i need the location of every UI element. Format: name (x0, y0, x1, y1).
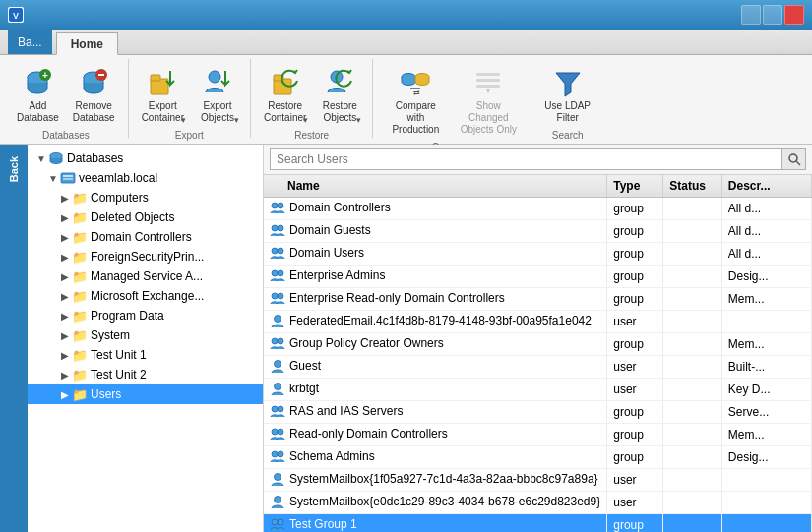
tree-item-program-data[interactable]: ▶ 📁 Program Data (28, 306, 263, 325)
cell-type: group (607, 288, 663, 311)
cell-name: Domain Guests (264, 220, 607, 243)
table-row[interactable]: Enterprise Admins group Desig... (264, 266, 812, 288)
tree-item-test-unit-2[interactable]: ▶ 📁 Test Unit 2 (28, 365, 263, 384)
cell-status (663, 220, 722, 243)
cell-description: Key D... (721, 379, 811, 401)
tree-item-users[interactable]: ▶ 📁 Users (28, 384, 263, 404)
export-objects-button[interactable]: ExportObjects (193, 63, 242, 128)
remove-database-label: RemoveDatabase (73, 100, 115, 124)
table-row[interactable]: RAS and IAS Servers group Serve... (264, 401, 812, 424)
table-row[interactable]: Domain Users group All d... (264, 243, 812, 266)
databases-icon (48, 150, 64, 166)
search-bar (264, 145, 812, 175)
expand-exchange-icon: ▶ (59, 290, 71, 302)
cell-name: Domain Users (264, 243, 607, 266)
back-button[interactable]: Ba... (8, 30, 52, 54)
compare-production-button[interactable]: ⇄ Compare withProduction (381, 63, 450, 140)
use-ldap-filter-button[interactable]: Use LDAPFilter (539, 63, 595, 128)
app-icon: V (8, 7, 24, 23)
dc-label: Domain Controllers (91, 230, 192, 244)
expand-program-data-icon: ▶ (59, 310, 71, 322)
maximize-button[interactable] (763, 5, 782, 25)
minimize-button[interactable] (741, 5, 761, 25)
cell-status (663, 424, 722, 446)
table-row[interactable]: Read-only Domain Controllers group Mem..… (264, 424, 812, 446)
table-row[interactable]: Domain Controllers group All d... (264, 198, 812, 220)
table-row[interactable]: Test Group 1 group (264, 514, 812, 533)
add-database-button[interactable]: + AddDatabase (12, 63, 64, 128)
exchange-folder-icon: 📁 (72, 288, 88, 304)
tree-item-foreign[interactable]: ▶ 📁 ForeignSecurityPrin... (28, 247, 263, 266)
right-panel: Name Type Status Descr... Domain Control… (264, 145, 812, 532)
test-unit-1-folder-icon: 📁 (72, 347, 88, 363)
export-container-button[interactable]: ExportContainer (137, 63, 189, 128)
tree-area: ▼ Databases ▼ (28, 145, 263, 532)
col-description: Descr... (721, 175, 811, 198)
veeamlab-label: veeamlab.local (79, 171, 157, 185)
tree-item-managed[interactable]: ▶ 📁 Managed Service A... (28, 266, 263, 286)
cell-description (721, 311, 811, 333)
restore-container-button[interactable]: RestoreContainer (259, 63, 311, 128)
window-controls (741, 5, 804, 25)
svg-point-35 (278, 248, 283, 254)
dc-folder-icon: 📁 (72, 229, 88, 245)
table-row[interactable]: SystemMailbox{1f05a927-7c1d-4a3a-82aa-bb… (264, 469, 812, 492)
tree-item-deleted[interactable]: ▶ 📁 Deleted Objects (28, 207, 263, 227)
tree-item-test-unit-1[interactable]: ▶ 📁 Test Unit 1 (28, 345, 263, 365)
ribbon-group-search: Use LDAPFilter Search (531, 59, 603, 138)
restore-group-label: Restore (294, 130, 329, 141)
expand-databases-icon: ▼ (35, 152, 47, 164)
users-folder-icon: 📁 (72, 386, 88, 402)
search-button[interactable] (782, 148, 806, 170)
svg-rect-9 (151, 75, 160, 81)
cell-name: Test Group 1 (264, 514, 607, 533)
test-unit-2-label: Test Unit 2 (91, 368, 147, 382)
cell-name: RAS and IAS Servers (264, 401, 607, 424)
tab-home[interactable]: Home (56, 32, 118, 55)
table-row[interactable]: FederatedEmail.4c1f4d8b-8179-4148-93bf-0… (264, 311, 812, 333)
restore-objects-icon (324, 67, 355, 98)
remove-database-icon (78, 67, 109, 98)
cell-name: Read-only Domain Controllers (264, 424, 607, 446)
table-row[interactable]: SystemMailbox{e0dc1c29-89c3-4034-b678-e6… (264, 492, 812, 514)
cell-description: All d... (721, 198, 811, 220)
tree-item-system[interactable]: ▶ 📁 System (28, 325, 263, 345)
export-container-label: ExportContainer (142, 100, 184, 124)
cell-type: group (607, 220, 663, 243)
back-label: Ba... (18, 35, 42, 49)
close-button[interactable] (784, 5, 804, 25)
restore-objects-button[interactable]: RestoreObjects (315, 63, 364, 128)
table-row[interactable]: Enterprise Read-only Domain Controllers … (264, 288, 812, 311)
remove-database-button[interactable]: RemoveDatabase (68, 63, 120, 128)
tree-item-computers[interactable]: ▶ 📁 Computers (28, 188, 263, 207)
tree-item-databases[interactable]: ▼ Databases (28, 148, 263, 168)
ribbon-group-restore: RestoreContainer RestoreObjects Restore (251, 59, 373, 138)
cell-description: Built-... (721, 356, 811, 379)
cell-name: Group Policy Creator Owners (264, 333, 607, 356)
managed-folder-icon: 📁 (72, 268, 88, 284)
system-folder-icon: 📁 (72, 327, 88, 343)
tree-item-domain-controllers[interactable]: ▶ 📁 Domain Controllers (28, 227, 263, 247)
table-row[interactable]: krbtgt user Key D... (264, 379, 812, 401)
table-row[interactable]: Schema Admins group Desig... (264, 446, 812, 469)
expand-deleted-icon: ▶ (59, 211, 71, 223)
compare-production-icon: ⇄ (400, 67, 431, 98)
foreign-folder-icon: 📁 (72, 249, 88, 265)
table-row[interactable]: Group Policy Creator Owners group Mem... (264, 333, 812, 356)
show-changed-button[interactable]: Show ChangedObjects Only (454, 63, 523, 140)
tree-item-veeamlab[interactable]: ▼ veeamlab.local (28, 168, 263, 188)
tree-item-exchange[interactable]: ▶ 📁 Microsoft Exchange... (28, 286, 263, 306)
svg-point-39 (278, 293, 283, 299)
ribbon-group-databases: + AddDatabase R (4, 59, 129, 138)
search-input[interactable] (270, 148, 782, 170)
cell-description: Mem... (721, 333, 811, 356)
system-label: System (91, 328, 130, 342)
cell-status (663, 198, 722, 220)
svg-text:⇄: ⇄ (413, 89, 420, 97)
sidebar-back-label[interactable]: Back (4, 148, 24, 190)
svg-rect-20 (476, 79, 500, 82)
cell-name: Schema Admins (264, 446, 607, 469)
table-row[interactable]: Guest user Built-... (264, 356, 812, 379)
export-objects-icon (202, 67, 233, 98)
table-row[interactable]: Domain Guests group All d... (264, 220, 812, 243)
